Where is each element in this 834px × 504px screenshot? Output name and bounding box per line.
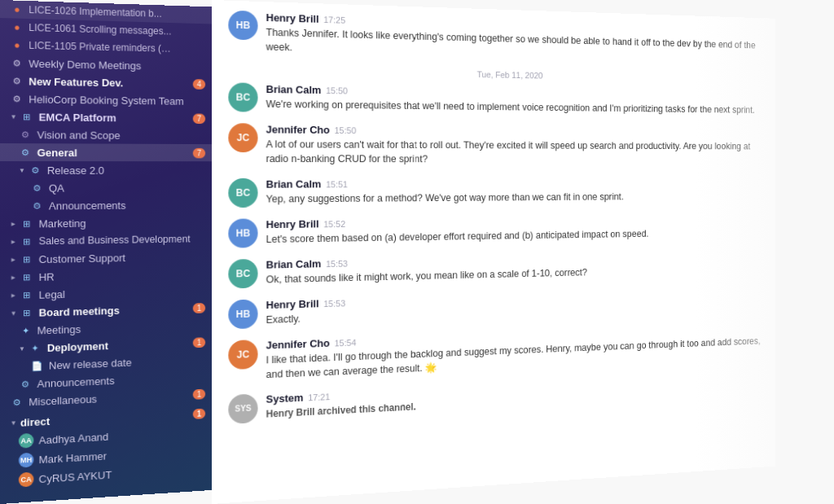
sidebar-item-label: Sales and Business Development [39, 234, 206, 248]
avatar: HB [228, 299, 257, 329]
sidebar-item-label: EMCA Platform [39, 111, 190, 124]
sidebar-item-label: Customer Support [39, 250, 206, 265]
emoji: 🌟 [425, 362, 437, 373]
collapse-icon: ▼ [10, 292, 17, 299]
avatar: BC [228, 177, 257, 207]
sidebar-item-label: Deployment [47, 336, 190, 353]
avatar: JC [228, 340, 257, 370]
cross-icon: ✦ [19, 324, 33, 337]
timestamp: 15:53 [326, 258, 348, 268]
message-text: Yep, any suggestions for a method? We've… [266, 189, 762, 206]
gear-icon: ⚙ [19, 146, 33, 159]
unread-badge: 1 [193, 303, 205, 313]
message-group: BC Brian Calm 15:51 Yep, any suggestions… [228, 177, 762, 207]
timestamp: 15:51 [326, 179, 348, 189]
avatar: JC [228, 123, 257, 152]
gear-icon: ⚙ [30, 182, 43, 195]
sidebar-item-label: Marketing [39, 216, 206, 230]
sidebar-item-label: Announcements [49, 199, 205, 212]
gear-icon: ⚙ [29, 164, 42, 177]
unread-badge: 1 [193, 337, 205, 348]
message-content: Brian Calm 15:50 We're working on prereq… [266, 83, 762, 116]
ticket-icon: ● [10, 38, 24, 51]
sidebar-item-label: Vision and Scope [37, 129, 206, 142]
sidebar-item-label: General [37, 147, 190, 159]
sidebar-item-label: New Features Dev. [29, 75, 190, 90]
sidebar-item-heliocorp[interactable]: ⚙ HelioCorp Booking System Team [0, 90, 212, 110]
message-header: Jennifer Cho 15:50 [266, 124, 762, 139]
sidebar: ● LICE-1026 Implementation b... ● LICE-1… [0, 0, 212, 504]
message-group: BC Brian Calm 15:53 Ok, that sounds like… [228, 249, 762, 288]
sidebar-item-label: LICE-1026 Implementation b... [29, 4, 205, 20]
sender-name: Jennifer Cho [266, 336, 330, 351]
avatar: MH [19, 453, 34, 468]
sidebar-item-label: QA [49, 182, 205, 194]
ticket-icon: ● [10, 2, 24, 15]
sidebar-item-announcements[interactable]: ⚙ Announcements [0, 195, 212, 215]
sender-name: Brian Calm [266, 83, 322, 96]
message-group: HB Henry Brill 17:25 Thanks Jennifer. It… [228, 11, 762, 66]
avatar: CA [19, 472, 34, 488]
sidebar-item-qa[interactable]: ⚙ QA [0, 178, 212, 197]
sidebar-item-label: LICE-1105 Private reminders (… [29, 40, 205, 55]
grid-icon: ⊞ [20, 252, 34, 265]
gear-icon: ⚙ [10, 56, 24, 69]
grid-icon: ⊞ [20, 306, 34, 319]
grid-icon: ⊞ [20, 110, 34, 123]
sidebar-item-vision-scope[interactable]: ⚙ Vision and Scope [0, 125, 212, 144]
message-content: Henry Brill 15:52 Let's score them based… [266, 213, 762, 246]
expand-icon: ▼ [19, 344, 25, 352]
gear-icon: ⚙ [30, 199, 43, 213]
message-content: Jennifer Cho 15:50 A lot of our users ca… [266, 124, 762, 167]
cross-icon: ✦ [29, 341, 42, 354]
avatar: BC [228, 83, 257, 112]
unread-badge: 1 [193, 388, 205, 399]
sidebar-item-label: Release 2.0 [47, 164, 205, 177]
date-divider: Tue, Feb 11, 2020 [228, 65, 762, 85]
avatar: BC [228, 258, 257, 288]
grid-icon: ⊞ [20, 217, 34, 230]
message-text: A lot of our users can't wait for that t… [266, 138, 762, 167]
gear-icon: ⚙ [19, 377, 33, 391]
message-content: Brian Calm 15:51 Yep, any suggestions fo… [266, 177, 762, 206]
gear-icon: ⚙ [10, 92, 24, 105]
message-group: BC Brian Calm 15:50 We're working on pre… [228, 83, 762, 118]
grid-icon: ⊞ [20, 270, 34, 283]
ticket-icon: ● [10, 20, 24, 33]
message-group: JC Jennifer Cho 15:50 A lot of our users… [228, 123, 762, 166]
collapse-icon: ▼ [10, 274, 17, 281]
expand-icon: ▼ [10, 113, 16, 121]
sender-name: Henry Brill [266, 297, 319, 311]
unread-badge: 1 [193, 409, 205, 419]
sender-name: System [266, 392, 304, 405]
sender-name: Henry Brill [266, 217, 319, 230]
expand-icon: ▼ [19, 166, 25, 173]
avatar: AA [19, 433, 34, 449]
message-content: Jennifer Cho 15:54 I like that idea. I'l… [266, 322, 762, 382]
sidebar-item-label: Board meetings [39, 302, 190, 318]
gear-icon: ⚙ [10, 74, 24, 87]
message-content: Brian Calm 15:53 Ok, that sounds like it… [266, 249, 762, 287]
sender-name: Jennifer Cho [266, 124, 330, 136]
timestamp: 17:21 [308, 392, 330, 402]
sender-name: Brian Calm [266, 257, 322, 270]
expand-icon: ▼ [10, 419, 16, 427]
timestamp: 15:54 [335, 337, 357, 348]
sidebar-item-label: Legal [39, 284, 206, 300]
collapse-icon: ▼ [10, 239, 17, 245]
sender-name: Henry Brill [266, 11, 319, 25]
timestamp: 15:50 [335, 125, 357, 135]
gear-icon: ⚙ [10, 396, 24, 410]
gear-icon: ⚙ [19, 128, 33, 141]
chat-area: HB Henry Brill 17:25 Thanks Jennifer. It… [212, 0, 775, 504]
sidebar-item-general[interactable]: ⚙ General 7 [0, 143, 212, 161]
grid-icon: ⊞ [20, 234, 34, 248]
avatar: HB [228, 11, 257, 41]
message-group: HB Henry Brill 15:52 Let's score them ba… [228, 213, 762, 248]
collapse-icon: ▼ [10, 256, 17, 263]
sidebar-item-emca[interactable]: ▼ ⊞ EMCA Platform 7 [0, 107, 212, 127]
message-header: Brian Calm 15:51 [266, 177, 762, 190]
sidebar-item-release2[interactable]: ▼ ⚙ Release 2.0 [0, 161, 212, 179]
grid-icon: ⊞ [20, 288, 34, 301]
timestamp: 15:53 [323, 298, 345, 308]
